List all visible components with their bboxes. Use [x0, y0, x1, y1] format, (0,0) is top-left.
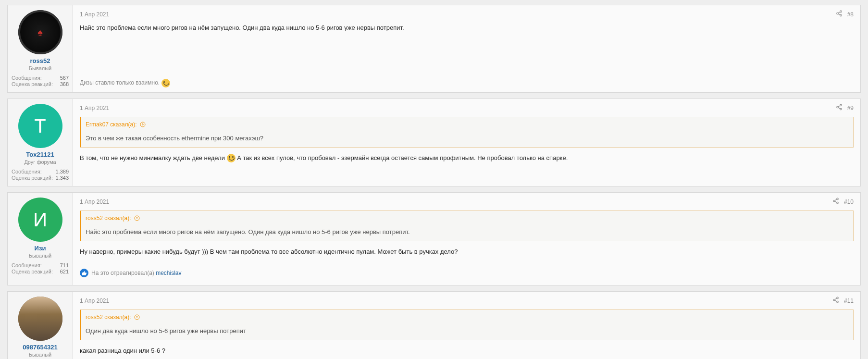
like-icon: [80, 269, 88, 277]
svg-line-4: [838, 14, 840, 15]
forum-post: 0987654321 Бывалый Сообщения:596 Оценка …: [7, 291, 861, 359]
arrow-up-icon: [140, 122, 146, 127]
arrow-up-icon: [134, 215, 140, 221]
post-content: ross52 сказал(а): Найс это проблема если…: [80, 210, 854, 261]
user-stats: Сообщения:1.389 Оценка реакций:1.343: [12, 169, 69, 181]
quote-expand-link[interactable]: ross52 сказал(а):: [81, 211, 853, 225]
post-number-link[interactable]: #8: [847, 11, 854, 18]
post-date-link[interactable]: 1 Апр 2021: [80, 297, 109, 304]
quote-text: Это в чем же такая особенность ethermine…: [81, 132, 853, 147]
quote-text: Один два куда нишло но 5-6 ригов уже нер…: [81, 324, 853, 340]
post-body: 1 Апр 2021 #9 Ermak07 сказал(а): Это в ч…: [73, 99, 860, 186]
username-link[interactable]: Tox21121: [12, 151, 69, 158]
post-number-link[interactable]: #11: [844, 297, 854, 304]
quote-block: ross52 сказал(а): Найс это проблема если…: [80, 210, 854, 241]
post-content: Найс это проблема если много ригов на нё…: [80, 23, 854, 75]
post-body: 1 Апр 2021 #10 ross52 сказал(а): Найс эт…: [73, 193, 860, 285]
svg-point-20: [833, 299, 835, 301]
signature: Дизы ставлю только взаимно.: [80, 79, 854, 87]
avatar[interactable]: T: [18, 104, 62, 148]
svg-point-7: [840, 108, 842, 110]
svg-point-21: [837, 301, 839, 303]
post-date-link[interactable]: 1 Апр 2021: [80, 11, 109, 18]
svg-point-2: [840, 14, 842, 16]
arrow-up-icon: [134, 314, 140, 320]
share-icon[interactable]: [832, 198, 839, 206]
svg-line-15: [835, 199, 837, 200]
user-column: 0987654321 Бывалый Сообщения:596 Оценка …: [8, 292, 73, 359]
share-icon[interactable]: [836, 10, 843, 18]
svg-line-16: [835, 201, 837, 202]
post-content: Ermak07 сказал(а): Это в чем же такая ос…: [80, 117, 854, 181]
forum-post: ross52 Бывалый Сообщения:567 Оценка реак…: [7, 5, 861, 93]
user-column: ross52 Бывалый Сообщения:567 Оценка реак…: [8, 5, 73, 92]
user-stats: Сообщения:567 Оценка реакций:368: [12, 75, 69, 87]
svg-point-0: [840, 11, 842, 12]
quote-text: Найс это проблема если много ригов на нё…: [81, 225, 853, 241]
post-body: 1 Апр 2021 #8 Найс это проблема если мно…: [73, 5, 860, 92]
post-number-link[interactable]: #9: [847, 105, 854, 111]
post-body: 1 Апр 2021 #11 ross52 сказал(а): Один дв…: [73, 292, 860, 359]
forum-post: T Tox21121 Друг форума Сообщения:1.389 О…: [7, 99, 861, 186]
svg-point-5: [840, 104, 842, 106]
user-stats: Сообщения:711 Оценка реакций:621: [12, 262, 69, 274]
svg-point-1: [836, 12, 838, 14]
svg-point-14: [837, 202, 839, 204]
post-content: ross52 сказал(а): Один два куда нишло но…: [80, 309, 854, 359]
post-date-link[interactable]: 1 Апр 2021: [80, 198, 109, 205]
wink-emoji-icon: [161, 79, 170, 87]
username-link[interactable]: 0987654321: [12, 344, 69, 351]
quote-expand-link[interactable]: Ermak07 сказал(а):: [81, 117, 853, 132]
user-title: Друг форума: [12, 159, 69, 165]
share-icon[interactable]: [832, 297, 839, 305]
forum-post: И Изи Бывалый Сообщения:711 Оценка реакц…: [7, 192, 861, 285]
post-number-link[interactable]: #10: [844, 198, 854, 205]
svg-line-3: [838, 12, 840, 13]
user-title: Бывалый: [12, 352, 69, 358]
avatar[interactable]: [18, 297, 62, 341]
post-date-link[interactable]: 1 Апр 2021: [80, 105, 109, 111]
share-icon[interactable]: [836, 104, 843, 112]
user-column: T Tox21121 Друг форума Сообщения:1.389 О…: [8, 99, 73, 186]
quote-expand-link[interactable]: ross52 сказал(а):: [81, 310, 853, 324]
username-link[interactable]: ross52: [12, 57, 69, 64]
svg-point-13: [833, 200, 835, 202]
svg-point-12: [837, 198, 839, 200]
quote-block: ross52 сказал(а): Один два куда нишло но…: [80, 309, 854, 340]
grin-emoji-icon: [227, 154, 236, 162]
reactions-bar[interactable]: На это отреагировал(а) mechislav: [80, 266, 854, 280]
svg-point-6: [836, 106, 838, 108]
svg-line-23: [835, 300, 837, 301]
user-title: Бывалый: [12, 65, 69, 71]
avatar[interactable]: И: [18, 198, 62, 242]
svg-line-9: [838, 108, 840, 109]
quote-block: Ermak07 сказал(а): Это в чем же такая ос…: [80, 117, 854, 148]
avatar[interactable]: [18, 10, 62, 54]
svg-line-22: [835, 298, 837, 299]
username-link[interactable]: Изи: [12, 245, 69, 252]
user-title: Бывалый: [12, 253, 69, 259]
svg-point-19: [837, 297, 839, 299]
user-column: И Изи Бывалый Сообщения:711 Оценка реакц…: [8, 193, 73, 285]
svg-line-8: [838, 106, 840, 107]
